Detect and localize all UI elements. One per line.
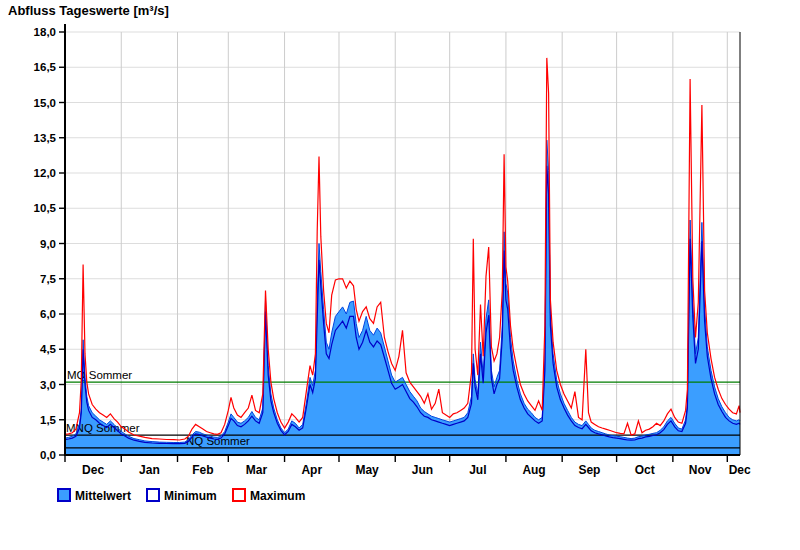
y-tick-label: 0,0 <box>40 449 56 461</box>
legend: MittelwertMinimumMaximum <box>58 489 305 503</box>
legend-swatch-minimum <box>147 489 159 501</box>
y-tick-label: 18,0 <box>34 26 56 38</box>
x-month-label: Jul <box>469 463 486 477</box>
x-month-label: Dec <box>729 463 751 477</box>
x-month-label: Sep <box>578 463 600 477</box>
legend-item-mittelwert: Mittelwert <box>58 489 131 503</box>
x-month-label: Mar <box>246 463 268 477</box>
y-tick-label: 15,0 <box>34 97 56 109</box>
legend-label-maximum: Maximum <box>250 489 305 503</box>
y-tick-label: 12,0 <box>34 167 56 179</box>
y-tick-label: 6,0 <box>40 308 56 320</box>
y-tick-label: 16,5 <box>34 61 57 73</box>
y-tick-label: 13,5 <box>34 132 57 144</box>
y-tick-label: 4,5 <box>40 343 57 355</box>
x-month-label: Feb <box>192 463 213 477</box>
legend-label-minimum: Minimum <box>164 489 217 503</box>
x-month-label: Jan <box>139 463 160 477</box>
legend-label-mittelwert: Mittelwert <box>75 489 131 503</box>
x-month-label: Jun <box>412 463 433 477</box>
y-tick-label: 9,0 <box>40 238 56 250</box>
chart-title: Abfluss Tageswerte [m³/s] <box>8 3 169 18</box>
x-month-label: Apr <box>301 463 322 477</box>
legend-swatch-maximum <box>233 489 245 501</box>
x-month-label: Dec <box>82 463 104 477</box>
legend-item-maximum: Maximum <box>233 489 305 503</box>
x-month-label: Aug <box>522 463 545 477</box>
discharge-chart: Abfluss Tageswerte [m³/s] MQ SommerMNQ S… <box>0 0 800 550</box>
legend-item-minimum: Minimum <box>147 489 217 503</box>
x-month-label: May <box>355 463 379 477</box>
y-tick-label: 3,0 <box>40 379 56 391</box>
x-month-label: Nov <box>689 463 712 477</box>
x-month-label: Oct <box>635 463 655 477</box>
legend-swatch-mittelwert <box>58 489 70 501</box>
refline-label-mq-sommer: MQ Sommer <box>67 369 132 381</box>
y-tick-label: 1,5 <box>40 414 57 426</box>
data-series <box>65 140 740 455</box>
chart-window: Abfluss Tageswerte [m³/s] MQ SommerMNQ S… <box>0 0 800 550</box>
y-tick-label: 10,5 <box>34 202 57 214</box>
y-tick-label: 7,5 <box>40 273 57 285</box>
series-mittelwert-area <box>65 140 740 455</box>
